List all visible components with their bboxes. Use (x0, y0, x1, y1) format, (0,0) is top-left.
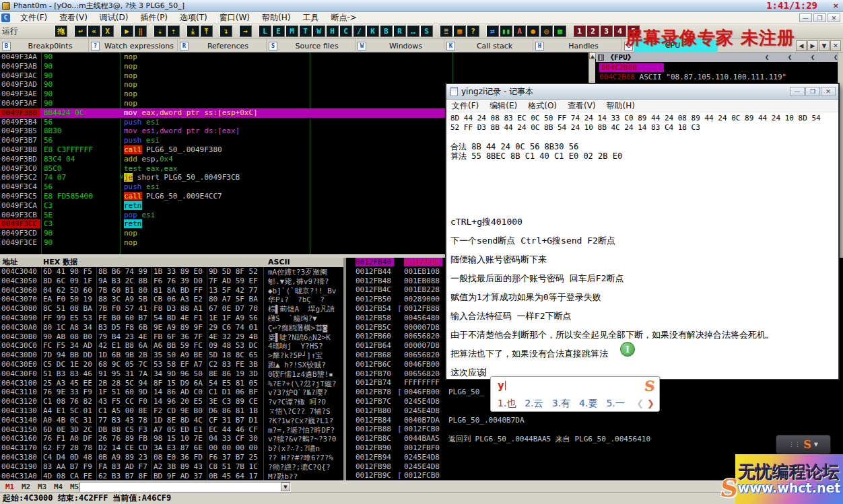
patches-window-button[interactable]: / (353, 25, 366, 37)
register-highlighted-value[interactable]: 004C2B08 (599, 63, 664, 72)
tab-close[interactable]: ✕ (830, 40, 841, 51)
scroll-up-icon[interactable]: ▲ (589, 52, 596, 59)
keyboard-button[interactable]: ▩ (553, 25, 566, 37)
notepad-menu-item[interactable]: 格式(O) (522, 100, 562, 112)
memory-tab-m3[interactable]: M3 (38, 482, 46, 491)
ime-candidate[interactable]: 2.云 (525, 398, 543, 410)
tab-scroll-right[interactable]: ▶ (807, 40, 818, 51)
plugin-a-button[interactable]: A (513, 25, 526, 37)
plugin-pause-button[interactable]: ▮▮ (500, 25, 512, 37)
call-stack-window-button[interactable]: K (366, 25, 379, 37)
hex-dump-panel[interactable]: 地址 HEX 数据 ASCII 004C30406D 41 90 F58B B6… (0, 258, 345, 480)
disasm-row[interactable]: 0049F3AC90nop (0, 71, 588, 81)
recorder-close-icon[interactable]: × (833, 1, 839, 10)
menu-item[interactable]: 调试(D) (94, 12, 135, 24)
notepad-menu-item[interactable]: 编辑(E) (484, 100, 522, 112)
notepad-close-button[interactable]: ✕ (821, 87, 836, 96)
appearance-button[interactable]: ▦ (453, 25, 466, 37)
scroll-left-icon[interactable]: ❮ (765, 53, 769, 61)
step-over-button[interactable]: ⇡ (167, 25, 180, 37)
step-into-button[interactable]: ⇣ (154, 25, 166, 37)
menu-item[interactable]: 插件(P) (134, 12, 174, 24)
menu-item[interactable]: 查看(V) (53, 12, 94, 24)
minimize-button[interactable]: — (799, 13, 812, 22)
restart-button[interactable]: ↩ (74, 25, 87, 37)
memory-tab-m5[interactable]: M5 (70, 482, 79, 491)
references-window-button[interactable]: R (393, 25, 406, 37)
disasm-row[interactable]: 0049F3AB90nop (0, 62, 588, 71)
tab-watch-expressions[interactable]: ?Watch expressions (89, 39, 178, 52)
prev-page-icon[interactable]: ❮ (636, 398, 644, 408)
memory-tab-m4[interactable]: M4 (54, 482, 63, 491)
log-window-button[interactable]: L (259, 25, 271, 37)
preset-3-button[interactable]: 3 (600, 25, 613, 37)
menu-item[interactable]: 工具 (296, 12, 325, 24)
ime-popup[interactable]: y S 1.也2.云3.有4.要5.一 ❮❯ (490, 376, 660, 412)
pause-button[interactable]: ‖ (134, 25, 147, 37)
notepad-text-area[interactable]: 8D 44 24 08 83 EC 0C 50 FF 74 24 14 33 C… (446, 112, 838, 379)
go-to-button[interactable]: → (239, 25, 252, 37)
menu-item[interactable]: 帮助(H) (256, 12, 296, 24)
scroll-left-icon[interactable]: ❮ (811, 53, 815, 61)
breakpoints-window-button[interactable]: B (380, 25, 393, 37)
source-window-button[interactable]: S (420, 25, 433, 37)
tab-breakp0ints[interactable]: BBreakp0ints (0, 39, 89, 52)
chevron-down-icon[interactable]: ▼ (814, 441, 818, 447)
run-trace-window-button[interactable]: … (407, 25, 419, 37)
memory-tab-m2[interactable]: M2 (22, 482, 30, 491)
tab-windows[interactable]: WWindows (356, 39, 444, 52)
tab-call-stack[interactable]: KCall stack (444, 39, 533, 52)
options-list-button[interactable]: ≣ (440, 25, 452, 37)
menu-item[interactable]: 文件(F) (14, 12, 53, 24)
executables-window-button[interactable]: E (272, 25, 285, 37)
notepad-minimize-button[interactable]: — (790, 87, 805, 96)
scroll-left-icon[interactable]: ❮ (788, 53, 792, 61)
memory-tab-m1[interactable]: M1 (5, 482, 14, 491)
animate-over-button[interactable]: ⤒ (200, 25, 213, 37)
command-combobox[interactable]: ▼ (79, 482, 291, 492)
plugin-swap-button[interactable]: ⇄ (486, 25, 499, 37)
tab-handles[interactable]: HHandles (533, 39, 622, 52)
drag-attach-button[interactable]: 拖 (55, 25, 67, 37)
tab-references[interactable]: RReferences (178, 39, 267, 52)
target-button[interactable]: ◎ (540, 25, 553, 37)
touch-text-cursor[interactable]: I (620, 342, 635, 357)
notepad-titlebar[interactable]: yingzi记录 - 记事本 —❐✕ (446, 84, 838, 100)
preset-2-button[interactable]: 2 (586, 25, 599, 37)
menu-item[interactable]: 选项(T) (174, 12, 213, 24)
disasm-row[interactable]: 0049F3AA90nop (0, 52, 588, 62)
tab-list-dropdown[interactable]: ▼ (819, 40, 830, 51)
help-button[interactable]: ? (467, 25, 479, 37)
notepad-window[interactable]: yingzi记录 - 记事本 —❐✕ 文件(F)编辑(E)格式(O)查看(V)帮… (446, 83, 839, 380)
ime-candidate[interactable]: 5.一 (606, 398, 624, 410)
next-page-icon[interactable]: ❯ (647, 398, 654, 408)
run-button[interactable]: ▶ (121, 25, 133, 37)
record-button[interactable]: ● (527, 25, 539, 37)
ime-candidate[interactable]: 3.有 (552, 398, 570, 410)
notepad-maximize-button[interactable]: ❐ (805, 87, 820, 96)
memory-window-button[interactable]: M (285, 25, 298, 37)
sogou-toolbar[interactable]: ⋮⋮ S ▼ (776, 435, 831, 454)
close-button[interactable]: ✕ (828, 13, 840, 22)
preset-1-button[interactable]: 1 (573, 25, 586, 37)
registers-panel[interactable]: 《FPU》 ❮❮❮❮ 004C2B08 004C2B08 ASCII "08.8… (596, 52, 843, 84)
restore-button[interactable]: ❐ (813, 13, 826, 22)
threads-window-button[interactable]: T (299, 25, 312, 37)
notepad-menu-item[interactable]: 文件(F) (446, 100, 484, 112)
ime-candidate[interactable]: 1.也 (498, 398, 516, 410)
animate-into-button[interactable]: ⤓ (187, 25, 199, 37)
ime-candidate[interactable]: 4.要 (579, 398, 597, 410)
execute-till-return-button[interactable]: ↴ (220, 25, 232, 37)
close-process-button[interactable]: X (101, 25, 114, 37)
step-back-button[interactable]: « (88, 25, 100, 37)
cpu-window-button[interactable]: C (339, 25, 352, 37)
notepad-menu-item[interactable]: 帮助(H) (601, 100, 640, 112)
windows-window-button[interactable]: W (312, 25, 325, 37)
menu-item[interactable]: 窗口(W) (213, 12, 256, 24)
menu-item[interactable]: 断点-> (325, 12, 362, 24)
chevron-down-icon[interactable]: ▼ (281, 482, 290, 491)
handles-window-button[interactable]: H (326, 25, 339, 37)
tab-source-files[interactable]: SSource files (267, 39, 356, 52)
tab-scroll-left[interactable]: ◀ (796, 40, 807, 51)
notepad-menu-item[interactable]: 查看(V) (562, 100, 601, 112)
